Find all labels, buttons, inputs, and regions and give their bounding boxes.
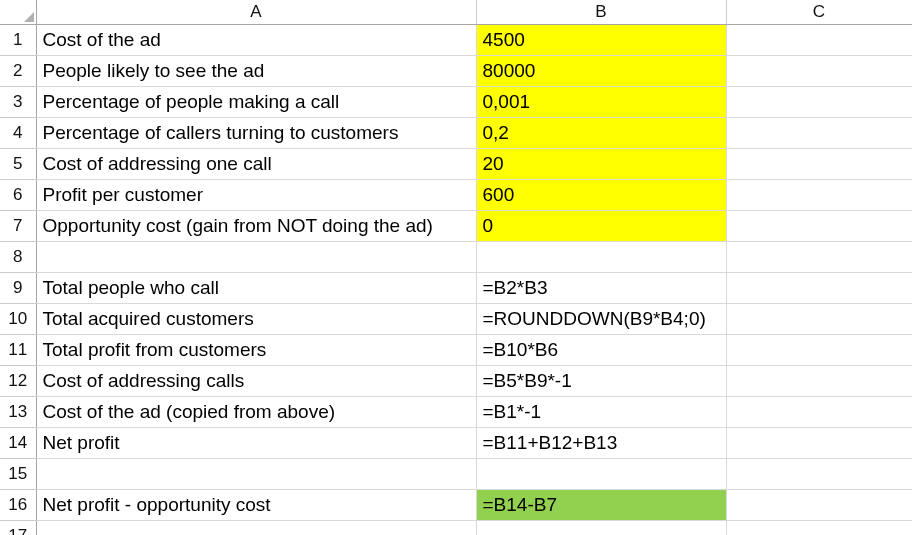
cell-B2[interactable]: 80000: [476, 56, 726, 87]
row-3: 3 Percentage of people making a call 0,0…: [0, 87, 912, 118]
cell-B10[interactable]: =ROUNDDOWN(B9*B4;0): [476, 304, 726, 335]
cell-A9[interactable]: Total people who call: [36, 273, 476, 304]
row-header-14[interactable]: 14: [0, 428, 36, 459]
row-10: 10 Total acquired customers =ROUNDDOWN(B…: [0, 304, 912, 335]
cell-A11[interactable]: Total profit from customers: [36, 335, 476, 366]
cell-C13[interactable]: [726, 397, 912, 428]
cell-C8[interactable]: [726, 242, 912, 273]
cell-B16[interactable]: =B14-B7: [476, 490, 726, 521]
cell-A3[interactable]: Percentage of people making a call: [36, 87, 476, 118]
cell-B14[interactable]: =B11+B12+B13: [476, 428, 726, 459]
row-header-12[interactable]: 12: [0, 366, 36, 397]
row-header-17[interactable]: 17: [0, 521, 36, 536]
row-header-7[interactable]: 7: [0, 211, 36, 242]
cell-A16[interactable]: Net profit - opportunity cost: [36, 490, 476, 521]
cell-C11[interactable]: [726, 335, 912, 366]
cell-C16[interactable]: [726, 490, 912, 521]
row-header-10[interactable]: 10: [0, 304, 36, 335]
cell-A17[interactable]: [36, 521, 476, 536]
cell-B5[interactable]: 20: [476, 149, 726, 180]
row-16: 16 Net profit - opportunity cost =B14-B7: [0, 490, 912, 521]
row-1: 1 Cost of the ad 4500: [0, 25, 912, 56]
cell-A15[interactable]: [36, 459, 476, 490]
grid: A B C 1 Cost of the ad 4500 2 People lik…: [0, 0, 912, 535]
row-5: 5 Cost of addressing one call 20: [0, 149, 912, 180]
cell-A14[interactable]: Net profit: [36, 428, 476, 459]
cell-B1[interactable]: 4500: [476, 25, 726, 56]
cell-A7[interactable]: Opportunity cost (gain from NOT doing th…: [36, 211, 476, 242]
cell-B15[interactable]: [476, 459, 726, 490]
row-17: 17: [0, 521, 912, 536]
cell-A8[interactable]: [36, 242, 476, 273]
cell-A5[interactable]: Cost of addressing one call: [36, 149, 476, 180]
cell-C3[interactable]: [726, 87, 912, 118]
cell-C9[interactable]: [726, 273, 912, 304]
cell-C5[interactable]: [726, 149, 912, 180]
cell-C15[interactable]: [726, 459, 912, 490]
select-all-corner[interactable]: [0, 0, 36, 25]
cell-B6[interactable]: 600: [476, 180, 726, 211]
cell-B7[interactable]: 0: [476, 211, 726, 242]
cell-C17[interactable]: [726, 521, 912, 536]
row-2: 2 People likely to see the ad 80000: [0, 56, 912, 87]
row-header-15[interactable]: 15: [0, 459, 36, 490]
row-11: 11 Total profit from customers =B10*B6: [0, 335, 912, 366]
row-header-9[interactable]: 9: [0, 273, 36, 304]
row-header-4[interactable]: 4: [0, 118, 36, 149]
row-15: 15: [0, 459, 912, 490]
cell-B8[interactable]: [476, 242, 726, 273]
spreadsheet: A B C 1 Cost of the ad 4500 2 People lik…: [0, 0, 912, 535]
row-header-16[interactable]: 16: [0, 490, 36, 521]
cell-A1[interactable]: Cost of the ad: [36, 25, 476, 56]
cell-C14[interactable]: [726, 428, 912, 459]
cell-B9[interactable]: =B2*B3: [476, 273, 726, 304]
cell-B4[interactable]: 0,2: [476, 118, 726, 149]
row-header-3[interactable]: 3: [0, 87, 36, 118]
row-4: 4 Percentage of callers turning to custo…: [0, 118, 912, 149]
row-12: 12 Cost of addressing calls =B5*B9*-1: [0, 366, 912, 397]
row-6: 6 Profit per customer 600: [0, 180, 912, 211]
cell-C12[interactable]: [726, 366, 912, 397]
cell-A2[interactable]: People likely to see the ad: [36, 56, 476, 87]
cell-C4[interactable]: [726, 118, 912, 149]
column-header-row: A B C: [0, 0, 912, 25]
row-13: 13 Cost of the ad (copied from above) =B…: [0, 397, 912, 428]
row-header-8[interactable]: 8: [0, 242, 36, 273]
cell-B11[interactable]: =B10*B6: [476, 335, 726, 366]
cell-C7[interactable]: [726, 211, 912, 242]
cell-B12[interactable]: =B5*B9*-1: [476, 366, 726, 397]
cell-B13[interactable]: =B1*-1: [476, 397, 726, 428]
row-header-6[interactable]: 6: [0, 180, 36, 211]
cell-A6[interactable]: Profit per customer: [36, 180, 476, 211]
row-14: 14 Net profit =B11+B12+B13: [0, 428, 912, 459]
cell-B17[interactable]: [476, 521, 726, 536]
row-header-11[interactable]: 11: [0, 335, 36, 366]
cell-B3[interactable]: 0,001: [476, 87, 726, 118]
cell-A4[interactable]: Percentage of callers turning to custome…: [36, 118, 476, 149]
row-9: 9 Total people who call =B2*B3: [0, 273, 912, 304]
row-header-2[interactable]: 2: [0, 56, 36, 87]
cell-A10[interactable]: Total acquired customers: [36, 304, 476, 335]
row-header-13[interactable]: 13: [0, 397, 36, 428]
column-header-B[interactable]: B: [476, 0, 726, 25]
row-header-1[interactable]: 1: [0, 25, 36, 56]
cell-C1[interactable]: [726, 25, 912, 56]
row-header-5[interactable]: 5: [0, 149, 36, 180]
row-8: 8: [0, 242, 912, 273]
cell-C2[interactable]: [726, 56, 912, 87]
cell-C10[interactable]: [726, 304, 912, 335]
column-header-C[interactable]: C: [726, 0, 912, 25]
cell-C6[interactable]: [726, 180, 912, 211]
cell-A12[interactable]: Cost of addressing calls: [36, 366, 476, 397]
column-header-A[interactable]: A: [36, 0, 476, 25]
cell-A13[interactable]: Cost of the ad (copied from above): [36, 397, 476, 428]
row-7: 7 Opportunity cost (gain from NOT doing …: [0, 211, 912, 242]
